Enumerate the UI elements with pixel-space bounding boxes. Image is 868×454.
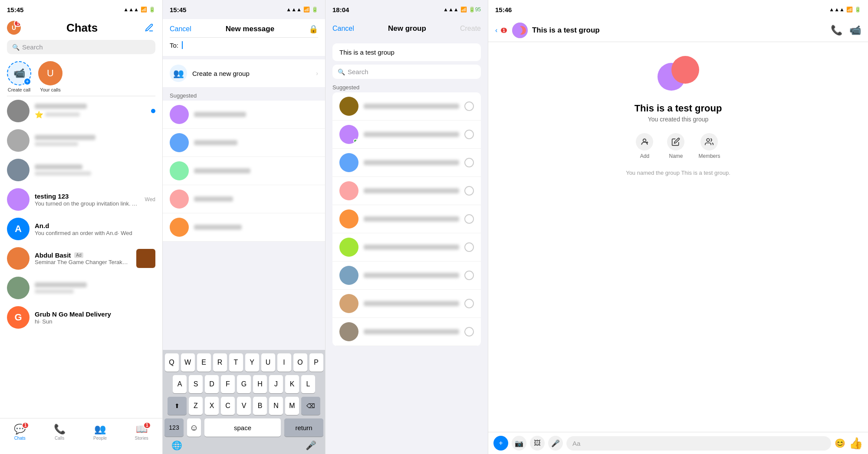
contact-item[interactable]	[332, 121, 481, 149]
contact-item[interactable]	[332, 318, 481, 346]
key-numbers[interactable]: 123	[164, 418, 184, 437]
list-item[interactable]: Abdul Basit Ad Seminar The Game Changer …	[0, 244, 162, 273]
contact-item[interactable]	[332, 290, 481, 318]
key-r[interactable]: R	[213, 353, 227, 372]
key-h[interactable]: H	[253, 375, 267, 393]
nav-calls[interactable]: 📞 Calls	[54, 424, 66, 441]
camera-button[interactable]: 📷	[512, 436, 526, 451]
image-button[interactable]: 🖼	[530, 436, 545, 451]
group-icon: 👥	[170, 65, 187, 82]
key-y[interactable]: Y	[245, 353, 259, 372]
contact-item[interactable]	[163, 185, 325, 213]
contact-item[interactable]	[332, 261, 481, 290]
list-item[interactable]: A An.d You confirmed an order with An.d·…	[0, 214, 162, 244]
key-i[interactable]: I	[277, 353, 291, 372]
search-icon-ng: 🔍	[338, 69, 345, 75]
key-n[interactable]: N	[269, 397, 283, 415]
like-button[interactable]: 👍	[849, 437, 863, 450]
contact-name	[364, 104, 459, 109]
compose-button[interactable]	[143, 22, 155, 34]
key-l[interactable]: L	[301, 375, 315, 393]
list-item[interactable]	[0, 126, 162, 155]
list-item[interactable]: G Grub N Go Meal Delivery hi· Sun	[0, 303, 162, 332]
search-placeholder-ng: Search	[348, 68, 368, 75]
voice-call-icon[interactable]: 📞	[831, 25, 842, 36]
key-v[interactable]: V	[237, 397, 251, 415]
key-k[interactable]: K	[285, 375, 299, 393]
status-icons: ▲▲▲ 📶 🔋	[123, 7, 155, 13]
key-d[interactable]: D	[205, 375, 219, 393]
contact-item[interactable]	[163, 101, 325, 129]
create-group-button[interactable]: 👥 Create a new group ›	[163, 59, 325, 87]
key-s[interactable]: S	[189, 375, 203, 393]
key-a[interactable]: A	[173, 375, 187, 393]
ng-create-button[interactable]: Create	[460, 25, 481, 33]
video-call-icon[interactable]: 📹	[849, 25, 861, 36]
add-action[interactable]: Add	[636, 133, 653, 159]
user-avatar[interactable]: U 1	[7, 21, 21, 35]
key-t[interactable]: T	[229, 353, 243, 372]
name-action[interactable]: Name	[667, 133, 684, 159]
key-shift[interactable]: ⬆	[168, 397, 187, 415]
list-item[interactable]: testing 123 You turned on the group invi…	[0, 185, 162, 214]
nav-stories[interactable]: 📖 1 Stories	[135, 424, 148, 441]
contact-radio[interactable]	[464, 327, 474, 336]
list-item[interactable]	[0, 273, 162, 303]
key-m[interactable]: M	[285, 397, 299, 415]
key-e[interactable]: E	[197, 353, 211, 372]
key-g[interactable]: G	[237, 375, 251, 393]
contact-radio[interactable]	[464, 271, 474, 280]
add-attachment-button[interactable]: +	[493, 436, 508, 451]
create-call-item[interactable]: 📹 + Create call	[7, 61, 31, 92]
globe-icon[interactable]: 🌐	[168, 440, 186, 451]
your-calls-item[interactable]: U Your calls	[38, 61, 62, 92]
ng-cancel-button[interactable]: Cancel	[332, 25, 354, 33]
contact-radio[interactable]	[464, 242, 474, 252]
key-return[interactable]: return	[284, 418, 323, 437]
back-button[interactable]: ‹ 1	[495, 26, 508, 34]
contact-radio[interactable]	[464, 158, 474, 167]
key-space[interactable]: space	[204, 418, 281, 437]
chat-avatar-initial: A	[7, 218, 30, 240]
key-p[interactable]: P	[309, 353, 323, 372]
mic-button[interactable]: 🎤	[548, 436, 563, 451]
key-delete[interactable]: ⌫	[301, 397, 320, 415]
key-w[interactable]: W	[181, 353, 195, 372]
members-action[interactable]: Members	[698, 133, 720, 159]
emoji-button[interactable]: 😊	[835, 438, 845, 448]
list-item[interactable]: ⭐	[0, 96, 162, 126]
contact-item[interactable]	[332, 149, 481, 177]
contact-radio[interactable]	[464, 101, 474, 111]
contact-item[interactable]	[332, 177, 481, 205]
contact-radio[interactable]	[464, 186, 474, 196]
contact-item[interactable]	[163, 129, 325, 157]
key-u[interactable]: U	[261, 353, 275, 372]
key-z[interactable]: Z	[189, 397, 203, 415]
nav-people[interactable]: 👥 People	[93, 424, 107, 441]
contact-radio[interactable]	[464, 299, 474, 308]
contact-radio[interactable]	[464, 130, 474, 139]
key-b[interactable]: B	[253, 397, 267, 415]
key-x[interactable]: X	[205, 397, 219, 415]
contact-radio[interactable]	[464, 214, 474, 224]
search-bar[interactable]: 🔍 Search	[7, 40, 155, 54]
contact-item[interactable]	[332, 233, 481, 261]
ng-search-bar[interactable]: 🔍 Search	[332, 65, 481, 79]
microphone-icon[interactable]: 🎤	[302, 440, 320, 451]
contact-item[interactable]	[332, 92, 481, 121]
contact-item[interactable]	[332, 205, 481, 233]
contact-item[interactable]	[163, 157, 325, 185]
key-q[interactable]: Q	[165, 353, 179, 372]
contact-item[interactable]	[163, 213, 325, 242]
group-name-input[interactable]: This is a test group	[332, 43, 481, 61]
nav-chats[interactable]: 💬 1 Chats	[14, 424, 26, 441]
nm-cancel-button[interactable]: Cancel	[170, 25, 191, 33]
key-c[interactable]: C	[221, 397, 235, 415]
key-emoji[interactable]: ☺	[187, 418, 201, 437]
key-f[interactable]: F	[221, 375, 235, 393]
message-input[interactable]: Aa	[566, 436, 831, 451]
key-o[interactable]: O	[293, 353, 307, 372]
list-item[interactable]	[0, 155, 162, 185]
keyboard-row-3: ⬆ Z X C V B N M ⌫	[164, 397, 323, 415]
key-j[interactable]: J	[269, 375, 283, 393]
